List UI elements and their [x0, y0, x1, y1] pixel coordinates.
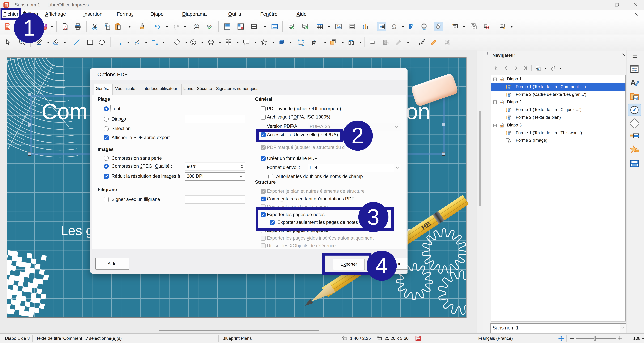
svg-text:F: F: [409, 23, 412, 30]
svg-text:d: d: [198, 26, 199, 29]
svg-text:a: a: [196, 24, 198, 27]
svg-text:Ω: Ω: [392, 23, 396, 30]
svg-text:A: A: [380, 24, 382, 29]
